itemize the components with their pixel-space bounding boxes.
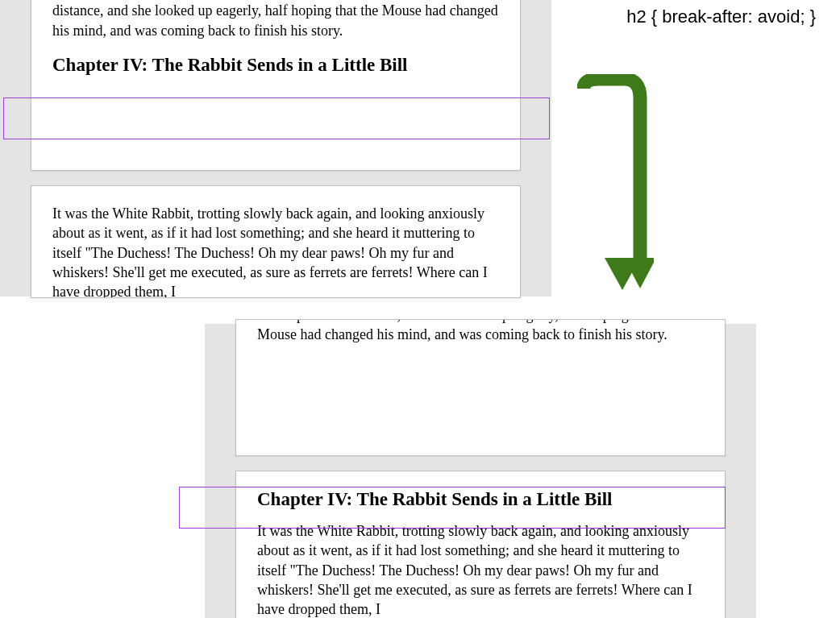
paragraph-intro: footsteps in the distance, and she looke… <box>257 319 704 345</box>
chapter-heading: Chapter IV: The Rabbit Sends in a Little… <box>52 55 499 76</box>
paragraph-rabbit: It was the White Rabbit, trotting slowly… <box>257 521 704 618</box>
page-after-2: Chapter IV: The Rabbit Sends in a Little… <box>235 471 726 618</box>
chapter-heading: Chapter IV: The Rabbit Sends in a Little… <box>257 489 704 510</box>
before-state: little while, however, she again heard a… <box>0 0 551 297</box>
after-state: footsteps in the distance, and she looke… <box>205 324 756 618</box>
css-rule-label: h2 { break-after: avoid; } <box>626 6 816 27</box>
page-before-1: little while, however, she again heard a… <box>31 0 521 171</box>
paragraph-rabbit: It was the White Rabbit, trotting slowly… <box>52 204 499 298</box>
arrow-down-icon <box>577 74 654 300</box>
page-after-1: footsteps in the distance, and she looke… <box>235 319 726 456</box>
paragraph-intro: little while, however, she again heard a… <box>52 0 499 40</box>
page-before-2: It was the White Rabbit, trotting slowly… <box>31 185 521 298</box>
